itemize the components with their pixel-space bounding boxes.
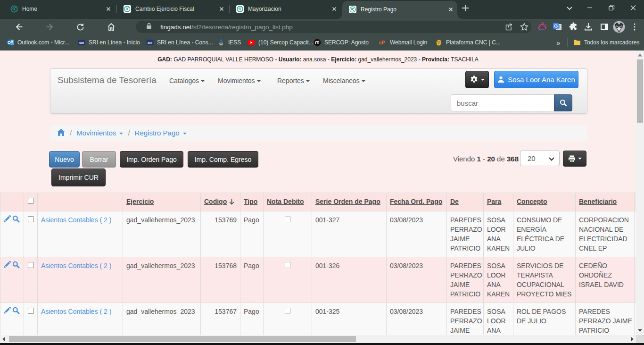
page-size-select[interactable]: 20 [520, 151, 560, 166]
tab-search-icon[interactable] [564, 3, 575, 13]
view-magnifier-icon[interactable] [12, 215, 20, 223]
tab-close-icon[interactable] [447, 6, 454, 13]
breadcrumb-registro-pago[interactable]: Registro Pago [135, 129, 187, 137]
horizontal-scroll-thumb[interactable] [9, 336, 356, 342]
search-input[interactable] [451, 94, 554, 111]
view-magnifier-icon[interactable] [12, 261, 20, 269]
breadcrumb-home-icon[interactable] [57, 129, 65, 137]
edit-pencil-icon[interactable] [4, 215, 11, 222]
select-all-checkbox[interactable] [28, 198, 34, 204]
header-fecha[interactable]: Fecha Ord. Pago [387, 193, 447, 211]
caret-down-icon [183, 133, 187, 135]
row-serie-cell: 001-326 [312, 257, 387, 303]
row-select-cell [24, 303, 38, 336]
scroll-down-arrow-icon [636, 326, 644, 334]
asientos-contables-link[interactable]: Asientos Contables ( 2 ) [41, 308, 111, 315]
bookmark-sri-consultas[interactable]: SRI SRI en Línea - Cons... [146, 34, 213, 50]
breadcrumb-separator: / [128, 129, 130, 137]
bookmark-webmail[interactable]: cP Webmail Login [379, 34, 427, 50]
menu-dots-icon[interactable] [628, 20, 641, 34]
nav-item-catalogos[interactable]: Catalogos [169, 77, 205, 84]
row-checkbox[interactable] [28, 216, 34, 222]
header-serie[interactable]: Serie Orden de Pago [312, 193, 387, 211]
header-tipo[interactable]: Tipo [240, 193, 264, 211]
new-tab-button[interactable] [460, 2, 471, 14]
forward-icon[interactable] [43, 20, 57, 34]
row-actions-cell [0, 303, 24, 336]
extension-pink-cloud-icon[interactable] [536, 20, 549, 34]
vertical-scroll-thumb[interactable] [637, 59, 643, 123]
row-codigo-cell: 153768 [201, 257, 240, 303]
row-checkbox[interactable] [28, 262, 34, 268]
header-codigo[interactable]: Codigo [201, 193, 240, 211]
asientos-contables-link[interactable]: Asientos Contables ( 2 ) [41, 216, 111, 224]
provincia-label: Provincia: [422, 56, 449, 63]
reload-icon[interactable] [74, 20, 87, 34]
cpanel-icon: cP [379, 39, 387, 46]
back-icon[interactable] [12, 20, 25, 34]
asientos-contables-link[interactable]: Asientos Contables ( 2 ) [41, 262, 111, 269]
bookmark-outlook[interactable]: Outlook.com - Micr... [7, 34, 69, 50]
bookmark-label: (10) Sercop Capacit... [258, 39, 314, 46]
nota-debito-checkbox[interactable] [285, 308, 291, 314]
extensions-puzzle-icon[interactable] [567, 20, 580, 34]
breadcrumb-movimientos[interactable]: Movimientos [76, 129, 123, 137]
bookmark-label: IESS [228, 39, 241, 46]
nota-debito-checkbox[interactable] [285, 216, 291, 222]
vertical-scrollbar[interactable] [636, 50, 644, 335]
search-button[interactable] [554, 94, 572, 111]
horizontal-scrollbar[interactable] [0, 335, 636, 343]
edit-pencil-icon[interactable] [4, 307, 11, 314]
borrar-button[interactable]: Borrar [82, 151, 116, 168]
imp-orden-pago-button[interactable]: Imp. Orden Pago [120, 151, 183, 168]
home-icon[interactable] [105, 20, 118, 34]
google-translate-icon[interactable] [551, 20, 564, 34]
nav-item-movimientos[interactable]: Movimientos [218, 77, 261, 84]
row-checkbox[interactable] [28, 308, 34, 314]
profile-avatar[interactable] [612, 20, 626, 34]
share-icon[interactable] [504, 22, 513, 34]
imprimir-cur-button[interactable]: Imprimir CUR [51, 168, 106, 186]
tab-cambio-ejercicio[interactable]: Cambio Ejercicio Fiscal [117, 1, 228, 19]
restore-button[interactable] [601, 0, 622, 15]
header-nota-debito[interactable]: Nota Debito [264, 193, 312, 211]
side-panel-icon[interactable] [598, 20, 611, 34]
settings-gear-button[interactable] [465, 71, 489, 88]
tab-home[interactable]: Home [4, 1, 115, 19]
gear-icon [470, 76, 478, 84]
minimize-button[interactable] [579, 0, 601, 15]
header-de[interactable]: De [447, 193, 484, 211]
imp-comp-egreso-button[interactable]: Imp. Comp. Egreso [188, 151, 258, 168]
header-para[interactable]: Para [484, 193, 513, 211]
bookmark-star-icon[interactable] [520, 22, 529, 34]
header-beneficiario[interactable]: Beneficiario [576, 193, 635, 211]
view-magnifier-icon[interactable] [12, 307, 20, 314]
row-beneficiario-cell: CORPORACION NACIONAL DE ELECTRICIDAD CNE… [576, 211, 635, 257]
nav-item-reportes[interactable]: Reportes [277, 77, 310, 84]
bookmark-sri-inicio[interactable]: SRI SRI en Línea - Inicio [78, 34, 140, 50]
row-select-cell [24, 211, 38, 257]
nota-debito-checkbox[interactable] [285, 262, 291, 268]
all-bookmarks[interactable]: Todos los marcadores [573, 34, 639, 50]
close-window-button[interactable] [622, 0, 644, 15]
nav-item-miscelaneos[interactable]: Miscelaneos [323, 77, 365, 84]
user-menu-button[interactable]: Sosa Loor Ana Karen [494, 71, 578, 88]
sort-desc-icon [229, 198, 235, 205]
bookmark-sercop-youtube[interactable]: (10) Sercop Capacit... [248, 34, 314, 50]
header-ejercicio[interactable]: Ejercicio [123, 193, 201, 211]
header-concepto[interactable]: Concepto [513, 193, 576, 211]
address-bar[interactable]: fingads.net/sf2/tesoreria/registro_pago_… [136, 21, 531, 33]
tab-close-icon[interactable] [330, 5, 338, 13]
downloads-icon[interactable] [582, 20, 595, 34]
tab-close-icon[interactable] [105, 5, 112, 13]
print-dropdown-button[interactable] [563, 151, 586, 167]
bookmark-plataforma-cnc[interactable]: Plataforma CNC | C... [435, 34, 501, 50]
edit-pencil-icon[interactable] [4, 261, 11, 268]
nuevo-button[interactable]: Nuevo [49, 151, 80, 168]
tab-mayorizacion[interactable]: Mayorizacion [230, 1, 341, 19]
bookmark-iess[interactable]: IESS [217, 34, 241, 50]
tab-close-icon[interactable] [218, 5, 225, 13]
bookmark-sercop-agosto[interactable]: SERCOP: Agosto [314, 34, 369, 50]
tab-registro-pago[interactable]: Registro Pago [342, 1, 457, 19]
bookmarks-overflow-chevron[interactable]: » [556, 34, 560, 50]
